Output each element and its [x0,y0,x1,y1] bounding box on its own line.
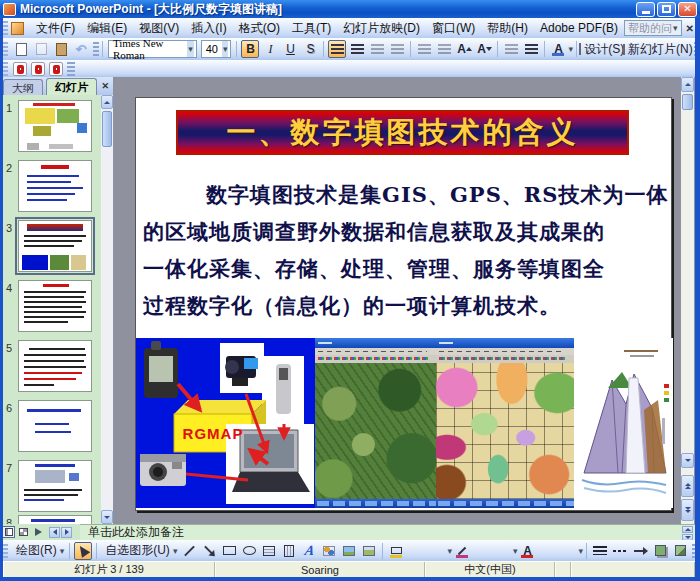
toolbar-overflow[interactable] [67,62,75,76]
scroll-up-button[interactable] [682,526,693,533]
tab-slides[interactable]: 幻灯片 [46,78,97,95]
scroll-down-button[interactable] [681,453,694,468]
title-bar[interactable]: Microsoft PowerPoint - [大比例尺数字填图讲稿] ✕ [0,0,700,18]
editor-vertical-scrollbar[interactable] [681,77,694,524]
select-objects-button[interactable] [74,542,92,560]
slide-canvas[interactable]: 一、数字填图技术的含义 数字填图技术是集GIS、GPS、RS技术为一体 的区域地… [135,97,672,511]
line-tool-button[interactable] [180,542,198,560]
previous-slide-button[interactable] [681,475,694,497]
slide-thumbnail-4[interactable] [18,280,92,332]
minimize-button[interactable] [636,2,655,17]
slide-thumbnail-8[interactable] [18,515,92,524]
slide-thumbnail-1[interactable] [18,100,92,152]
draw-menu-button[interactable]: 绘图(R)▾ [12,542,65,560]
bullets-button[interactable] [435,40,453,58]
menu-slideshow[interactable]: 幻灯片放映(D) [337,18,426,39]
text-box-button[interactable] [260,542,278,560]
menu-edit[interactable]: 编辑(E) [81,18,133,39]
chevron-down-icon[interactable]: ▾ [513,546,518,556]
maximize-button[interactable] [657,2,676,17]
menu-adobe-pdf[interactable]: Adobe PDF(B) [534,19,624,37]
scroll-right-button[interactable] [61,527,72,538]
slide-image-strip[interactable]: RGMAP [136,338,673,508]
justify-button[interactable] [368,40,386,58]
line-color-button[interactable] [453,542,471,560]
notes-scrollbar[interactable] [682,526,693,541]
underline-button[interactable]: U [281,40,299,58]
increase-indent-button[interactable] [522,40,540,58]
tab-outline[interactable]: 大纲 [3,79,43,95]
toolbar-grip[interactable] [3,544,8,558]
decrease-indent-button[interactable] [502,40,520,58]
italic-button[interactable]: I [261,40,279,58]
insert-diagram-button[interactable] [320,542,338,560]
menu-tools[interactable]: 工具(T) [286,18,337,39]
notes-pane[interactable]: 单击此处添加备注 [80,524,695,540]
next-slide-button[interactable] [681,499,694,521]
scroll-up-button[interactable] [681,77,694,92]
chevron-down-icon[interactable]: ▾ [568,44,573,54]
toolbar-grip[interactable] [3,42,8,56]
menu-format[interactable]: 格式(O) [233,18,286,39]
fill-color-button[interactable] [387,542,405,560]
menu-insert[interactable]: 插入(I) [185,18,232,39]
rectangle-tool-button[interactable] [220,542,238,560]
slide-thumbnail-6[interactable] [18,400,92,452]
slide-body-text[interactable]: 数字填图技术是集GIS、GPS、RS技术为一体 的区域地质调查野外数据和信息获取… [143,176,667,324]
line-style-button[interactable] [591,542,609,560]
thumbnail-scrollbar[interactable] [101,95,113,524]
new-slide-button[interactable]: 新幻灯片(N) [628,40,691,58]
design-button[interactable]: 设计(S) [581,40,626,58]
slide-thumbnail-5[interactable] [18,340,92,392]
align-center-button[interactable] [328,40,346,58]
scrollbar-thumb[interactable] [682,94,693,110]
slide-title[interactable]: 一、数字填图技术的含义 [176,110,629,155]
pdf-convert-email-icon[interactable] [31,62,45,76]
align-right-button[interactable] [348,40,366,58]
close-button[interactable]: ✕ [678,2,697,17]
dash-style-button[interactable] [611,542,629,560]
panel-close-icon[interactable]: ✕ [101,81,109,91]
slide-thumbnail-7[interactable] [18,460,92,512]
scroll-up-button[interactable] [101,95,113,109]
toolbar-grip[interactable] [3,21,8,35]
numbering-button[interactable] [415,40,433,58]
insert-picture-button[interactable] [360,542,378,560]
chevron-down-icon[interactable]: ▾ [447,546,452,556]
scroll-left-button[interactable] [49,527,60,538]
font-name-combo[interactable]: Times New Roman ▾ [108,40,197,58]
menu-help[interactable]: 帮助(H) [481,18,534,39]
font-color-button[interactable]: A [518,542,536,560]
copy-button[interactable] [32,40,50,58]
toolbar-grip[interactable] [3,62,8,76]
autoshapes-menu-button[interactable]: 自选图形(U)▾ [101,542,178,560]
oval-tool-button[interactable] [240,542,258,560]
menu-file[interactable]: 文件(F) [30,18,81,39]
shadow-style-button[interactable] [651,542,669,560]
insert-clipart-button[interactable] [340,542,358,560]
vertical-text-box-button[interactable] [280,542,298,560]
undo-button[interactable]: ↶ [72,40,90,58]
scrollbar-thumb[interactable] [102,111,112,147]
threed-style-button[interactable] [671,542,689,560]
panel-horizontal-scrollbar[interactable] [49,527,73,538]
slideshow-view-button[interactable] [32,526,45,538]
slide-thumbnail-2[interactable] [18,160,92,212]
increase-font-button[interactable]: A [455,40,473,58]
menu-view[interactable]: 视图(V) [133,18,185,39]
text-shadow-button[interactable]: S [301,40,319,58]
arrow-style-button[interactable] [631,542,649,560]
chevron-down-icon[interactable]: ▾ [578,546,583,556]
chevron-down-icon[interactable]: ▾ [222,41,229,57]
slide-sorter-view-button[interactable] [17,526,30,538]
toolbar-overflow[interactable] [93,42,99,56]
decrease-font-button[interactable]: A [475,40,493,58]
font-color-button[interactable]: A [549,40,567,58]
wordart-button[interactable]: A [300,542,318,560]
pdf-convert-review-icon[interactable] [49,62,63,76]
distribute-button[interactable] [388,40,406,58]
arrow-tool-button[interactable] [200,542,218,560]
normal-view-button[interactable] [2,526,15,538]
help-search-box[interactable]: 键入需要帮助的问题 ▾ [624,20,682,36]
new-document-button[interactable] [12,40,30,58]
